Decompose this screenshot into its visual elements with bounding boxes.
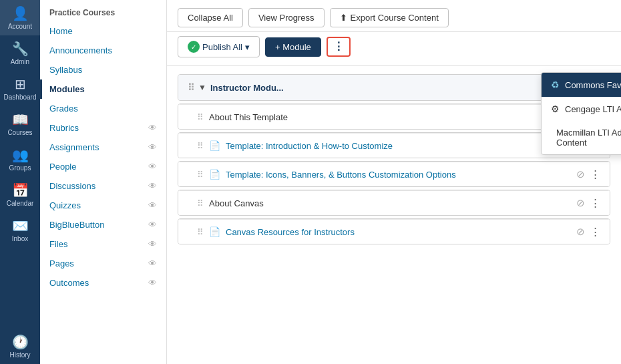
doc-icon-icons: 📄	[209, 169, 220, 180]
toolbar-row2: ✓ Publish All ▾ + Module ⋮	[167, 32, 621, 66]
nav-label-groups: Groups	[9, 164, 31, 172]
drag-handle-canvas[interactable]: ⠿	[197, 198, 204, 208]
publish-all-button[interactable]: ✓ Publish All ▾	[178, 36, 260, 57]
sidebar-label-bigbluebutton: BigBlueButton	[49, 220, 104, 230]
sidebar-item-home[interactable]: Home	[40, 21, 166, 41]
sidebar-label-rubrics: Rubrics	[49, 123, 79, 133]
sidebar-item-quizzes[interactable]: Quizzes 👁	[40, 196, 166, 215]
dropdown-item-commons[interactable]: ♻ Commons Favorites	[542, 73, 621, 97]
dropdown-menu: ♻ Commons Favorites ⚙ Cengage LTI Advant…	[541, 72, 621, 155]
course-title: Practice Courses	[40, 0, 166, 21]
eye-icon-discussions: 👁	[148, 181, 157, 191]
dropdown-item-macmillan[interactable]: Macmillan LTI Advantage Content	[542, 121, 621, 154]
sidebar-label-files: Files	[49, 239, 67, 249]
sidebar-item-pages[interactable]: Pages 👁	[40, 254, 166, 273]
module-item-canvas-resources: ⠿ 📄 Canvas Resources for Instructors ⊘ ⋮	[178, 218, 610, 244]
drag-handle-instructor[interactable]: ⠿	[188, 82, 194, 93]
sidebar-item-grades[interactable]: Grades	[40, 99, 166, 118]
dropdown-label-macmillan: Macmillan LTI Advantage Content	[556, 128, 621, 148]
sidebar-item-history[interactable]: 🕐 History	[0, 329, 40, 364]
more-icon-canvas[interactable]: ⋮	[590, 197, 600, 209]
eye-icon-outcomes: 👁	[148, 278, 157, 288]
sidebar-label-discussions: Discussions	[49, 181, 95, 191]
commons-icon: ♻	[551, 79, 560, 90]
drag-handle-intro[interactable]: ⠿	[197, 141, 204, 151]
eye-icon-assignments: 👁	[148, 142, 157, 152]
more-icon-icons[interactable]: ⋮	[590, 168, 600, 180]
sidebar-label-syllabus: Syllabus	[49, 65, 82, 75]
item-title-canvas: About Canvas	[209, 198, 576, 208]
sidebar-item-announcements[interactable]: Announcements	[40, 41, 166, 60]
module-item-row-canvas: ⠿ About Canvas ⊘ ⋮	[178, 190, 610, 215]
sidebar-item-courses[interactable]: 📖 Courses	[0, 106, 40, 142]
sidebar-item-people[interactable]: People 👁	[40, 157, 166, 176]
publish-all-label: Publish All	[202, 42, 242, 52]
publish-all-chevron: ▾	[245, 42, 250, 52]
sidebar-label-quizzes: Quizzes	[49, 200, 81, 210]
no-entry-icon-resources[interactable]: ⊘	[576, 226, 585, 238]
export-icon: ⬆	[340, 13, 347, 23]
eye-icon-people: 👁	[148, 162, 157, 172]
drag-handle-about[interactable]: ⠿	[197, 112, 204, 122]
calendar-icon: 📅	[12, 182, 29, 198]
inbox-icon: ✉️	[12, 218, 29, 234]
sidebar-item-inbox[interactable]: ✉️ Inbox	[0, 212, 40, 248]
drag-handle-resources[interactable]: ⠿	[197, 227, 204, 237]
export-course-button[interactable]: ⬆ Export Course Content	[330, 8, 449, 27]
nav-label-courses: Courses	[7, 129, 32, 136]
groups-icon: 👥	[12, 147, 29, 163]
sidebar-item-modules[interactable]: Modules	[40, 79, 166, 99]
sidebar-item-rubrics[interactable]: Rubrics 👁	[40, 118, 166, 138]
item-title-about: About This Template	[209, 112, 288, 122]
nav-label-admin: Admin	[11, 58, 29, 65]
sidebar-label-announcements: Announcements	[49, 45, 112, 55]
cengage-icon: ⚙	[551, 104, 560, 114]
history-icon: 🕐	[12, 334, 29, 350]
sidebar-label-assignments: Assignments	[49, 142, 99, 152]
nav-label-dashboard: Dashboard	[4, 94, 37, 101]
sidebar-item-admin[interactable]: 🔧 Admin	[0, 35, 40, 71]
eye-icon-rubrics: 👁	[148, 123, 157, 133]
account-icon: 👤	[12, 5, 29, 21]
nav-label-inbox: Inbox	[12, 235, 28, 242]
more-icon-resources[interactable]: ⋮	[590, 226, 600, 238]
sidebar-item-files[interactable]: Files 👁	[40, 234, 166, 254]
sidebar-label-home: Home	[49, 26, 73, 36]
sidebar-item-calendar[interactable]: 📅 Calendar	[0, 177, 40, 212]
more-dots-icon: ⋮	[333, 41, 344, 52]
sidebar-item-bigbluebutton[interactable]: BigBlueButton 👁	[40, 215, 166, 234]
more-options-button[interactable]: ⋮	[327, 37, 351, 57]
sidebar-item-assignments[interactable]: Assignments 👁	[40, 138, 166, 157]
no-entry-icon-canvas[interactable]: ⊘	[576, 197, 585, 209]
drag-handle-icons[interactable]: ⠿	[197, 170, 204, 180]
dropdown-label-commons: Commons Favorites	[565, 80, 621, 90]
sidebar-label-outcomes: Outcomes	[49, 278, 89, 288]
eye-icon-files: 👁	[148, 239, 157, 249]
sidebar-item-account[interactable]: 👤 Account	[0, 0, 40, 35]
sidebar-item-groups[interactable]: 👥 Groups	[0, 142, 40, 177]
toolbar-row1: Collapse All View Progress ⬆ Export Cour…	[167, 0, 621, 32]
doc-icon-resources: 📄	[209, 226, 220, 237]
sidebar-item-syllabus[interactable]: Syllabus	[40, 60, 166, 79]
main-content: Collapse All View Progress ⬆ Export Cour…	[167, 0, 621, 364]
add-module-button[interactable]: + Module	[265, 37, 321, 57]
collapse-arrow-instructor[interactable]: ▼	[198, 83, 206, 92]
sidebar-item-dashboard[interactable]: ⊞ Dashboard	[0, 71, 40, 106]
collapse-all-button[interactable]: Collapse All	[178, 8, 243, 27]
item-title-resources: Canvas Resources for Instructors	[226, 227, 576, 237]
item-actions-resources: ⊘ ⋮	[576, 226, 600, 238]
view-progress-button[interactable]: View Progress	[248, 8, 325, 27]
module-item-about-canvas: ⠿ About Canvas ⊘ ⋮	[178, 190, 610, 216]
course-sidebar: Practice Courses Home Announcements Syll…	[40, 0, 167, 364]
doc-icon-intro: 📄	[209, 140, 220, 151]
publish-check-icon: ✓	[188, 41, 200, 53]
sidebar-item-discussions[interactable]: Discussions 👁	[40, 176, 166, 196]
sidebar-item-outcomes[interactable]: Outcomes 👁	[40, 273, 166, 293]
nav-bar: 👤 Account 🔧 Admin ⊞ Dashboard 📖 Courses …	[0, 0, 40, 364]
no-entry-icon-icons[interactable]: ⊘	[576, 168, 585, 180]
dropdown-item-cengage[interactable]: ⚙ Cengage LTI Advantage	[542, 97, 621, 121]
item-title-icons: Template: Icons, Banners, & Buttons Cust…	[226, 170, 576, 180]
item-actions-icons: ⊘ ⋮	[576, 168, 600, 180]
module-item-icons: ⠿ 📄 Template: Icons, Banners, & Buttons …	[178, 161, 610, 187]
item-actions-canvas: ⊘ ⋮	[576, 197, 600, 209]
